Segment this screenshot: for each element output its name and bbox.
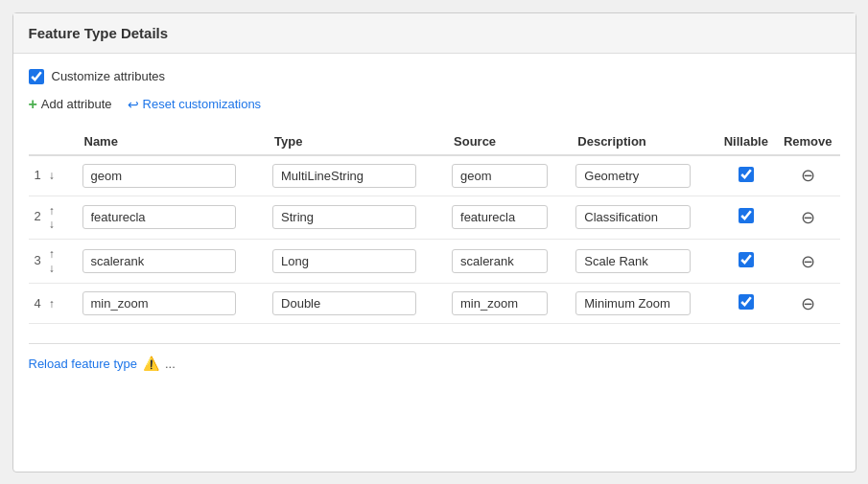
nillable-cell [716,196,776,240]
nillable-checkbox[interactable] [739,167,754,182]
row-number: 4 [35,296,45,311]
source-input[interactable] [452,291,548,315]
remove-button[interactable]: ⊖ [801,167,815,184]
name-input[interactable] [82,291,236,315]
name-cell [77,240,268,284]
move-down-button[interactable]: ↓ [49,169,55,182]
col-header-description: Description [570,128,716,155]
remove-cell: ⊖ [776,240,840,284]
name-cell [77,155,268,196]
row-num-arrow-cell: 3↑↓ [29,240,77,284]
description-cell [570,196,716,240]
source-cell [446,196,570,240]
type-input[interactable] [272,205,416,229]
type-input[interactable] [272,291,416,315]
ellipsis: ... [165,357,176,371]
attributes-table: Name Type Source Description Nillable Re… [29,128,840,325]
feature-type-panel: Feature Type Details Customize attribute… [12,12,856,472]
footer-row: Reload feature type ⚠️ ... [29,343,840,371]
name-input[interactable] [82,249,236,273]
table-row: 3↑↓⊖ [29,240,840,284]
nillable-cell [716,284,776,324]
nillable-checkbox[interactable] [739,208,754,223]
customize-row: Customize attributes [29,69,840,84]
col-header-type: Type [267,128,446,155]
reset-customizations-button[interactable]: ↩ Reset customizations [128,97,262,112]
move-up-button[interactable]: ↑ [49,204,55,218]
panel-body: Customize attributes + Add attribute ↩ R… [13,54,856,387]
table-row: 1↓⊖ [29,155,840,196]
warning-icon: ⚠️ [143,356,159,371]
row-number: 1 [35,168,45,182]
remove-button[interactable]: ⊖ [801,209,815,226]
description-input[interactable] [575,205,691,229]
reload-feature-type-link[interactable]: Reload feature type [29,357,137,371]
col-header-source: Source [446,128,570,155]
remove-cell: ⊖ [776,155,840,196]
name-input[interactable] [82,205,236,229]
reset-icon: ↩ [128,97,139,112]
row-num-arrow-cell: 4↑ [29,284,77,324]
source-cell [446,284,570,324]
name-input[interactable] [82,164,236,188]
type-cell [267,240,446,284]
description-input[interactable] [575,291,691,315]
customize-label: Customize attributes [52,69,166,83]
move-up-button[interactable]: ↑ [49,297,55,311]
type-cell [267,196,446,240]
nillable-checkbox[interactable] [739,294,754,310]
description-cell [570,240,716,284]
move-down-button[interactable]: ↓ [49,262,55,275]
add-attribute-button[interactable]: + Add attribute [29,96,112,113]
nillable-cell [716,155,776,196]
col-header-name: Name [77,128,268,155]
type-input[interactable] [272,164,416,188]
nillable-checkbox[interactable] [739,252,754,267]
nillable-cell [716,240,776,284]
remove-button[interactable]: ⊖ [801,295,815,312]
plus-icon: + [29,96,37,113]
description-input[interactable] [575,164,691,188]
move-down-button[interactable]: ↓ [49,218,55,231]
remove-cell: ⊖ [776,284,840,324]
table-row: 2↑↓⊖ [29,196,840,240]
type-cell [267,284,446,324]
reset-label: Reset customizations [143,97,262,111]
col-header-num [29,128,77,155]
col-header-remove: Remove [776,128,840,155]
row-num-arrow-cell: 1↓ [29,155,77,196]
customize-checkbox[interactable] [29,69,44,84]
table-row: 4↑⊖ [29,284,840,324]
actions-row: + Add attribute ↩ Reset customizations [29,96,840,113]
type-cell [267,155,446,196]
panel-title: Feature Type Details [13,13,856,54]
source-input[interactable] [452,164,548,188]
source-input[interactable] [452,205,548,229]
name-cell [77,196,268,240]
row-number: 2 [35,209,45,223]
add-attribute-label: Add attribute [41,97,112,111]
remove-button[interactable]: ⊖ [801,253,815,270]
row-number: 3 [35,253,45,267]
table-header-row: Name Type Source Description Nillable Re… [29,128,840,155]
type-input[interactable] [272,249,416,273]
name-cell [77,284,268,324]
description-cell [570,155,716,196]
col-header-nillable: Nillable [716,128,776,155]
description-input[interactable] [575,249,691,273]
remove-cell: ⊖ [776,196,840,240]
source-cell [446,240,570,284]
table-body: 1↓⊖2↑↓⊖3↑↓⊖4↑⊖ [29,155,840,324]
source-cell [446,155,570,196]
move-up-button[interactable]: ↑ [49,247,55,261]
row-num-arrow-cell: 2↑↓ [29,196,77,240]
description-cell [570,284,716,324]
source-input[interactable] [452,249,548,273]
